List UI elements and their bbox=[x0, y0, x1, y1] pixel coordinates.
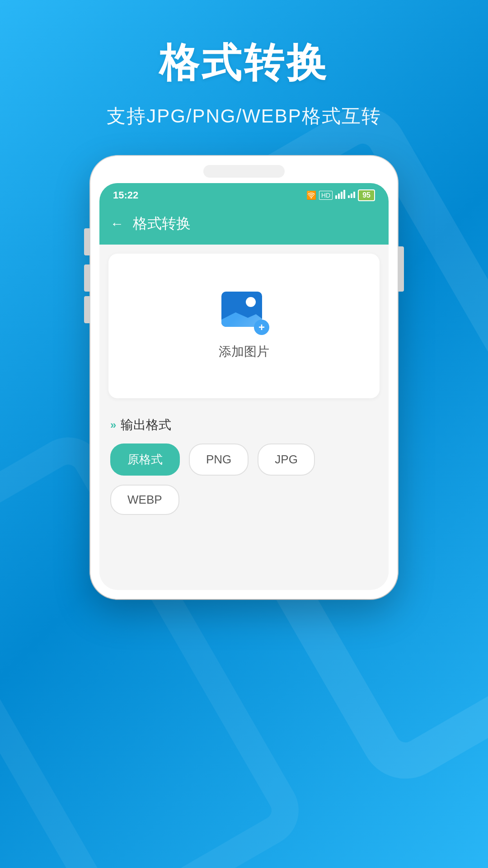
section-arrow-icon: » bbox=[110, 419, 116, 431]
sub-title: 支持JPG/PNG/WEBP格式互转 bbox=[0, 104, 488, 129]
app-bar: ← 格式转换 bbox=[99, 206, 389, 245]
format-png-button[interactable]: PNG bbox=[189, 443, 249, 476]
format-jpg-button[interactable]: JPG bbox=[258, 443, 315, 476]
section-header: » 输出格式 bbox=[110, 416, 378, 434]
app-bar-title: 格式转换 bbox=[133, 214, 191, 234]
status-bar: 15:22 🛜 HD bbox=[99, 183, 389, 206]
format-buttons-group: 原格式 PNG JPG WEBP bbox=[110, 443, 378, 515]
main-title: 格式转换 bbox=[0, 36, 488, 90]
add-image-icon-container: + bbox=[221, 292, 267, 332]
format-webp-button[interactable]: WEBP bbox=[110, 485, 179, 515]
signal-2g-icon bbox=[348, 192, 355, 199]
signal-4g-icon bbox=[335, 190, 345, 201]
hd-icon: HD bbox=[319, 191, 333, 200]
top-section: 格式转换 支持JPG/PNG/WEBP格式互转 bbox=[0, 0, 488, 156]
wifi-icon: 🛜 bbox=[306, 190, 316, 200]
phone-screen: 15:22 🛜 HD bbox=[99, 183, 389, 590]
battery-indicator: 95 bbox=[358, 189, 375, 201]
phone-notch bbox=[203, 165, 285, 178]
back-button[interactable]: ← bbox=[110, 216, 124, 231]
phone-mockup: 15:22 🛜 HD bbox=[90, 156, 398, 599]
add-image-label: 添加图片 bbox=[219, 343, 269, 360]
output-format-section: » 输出格式 原格式 PNG JPG WEBP bbox=[108, 416, 380, 515]
status-icons: 🛜 HD bbox=[306, 189, 375, 201]
content-area: + 添加图片 » 输出格式 原格式 PNG JPG WEBP bbox=[99, 245, 389, 561]
phone-wrapper: 15:22 🛜 HD bbox=[0, 156, 488, 599]
status-time: 15:22 bbox=[113, 189, 138, 201]
output-format-label: 输出格式 bbox=[121, 416, 171, 434]
add-image-card[interactable]: + 添加图片 bbox=[108, 254, 380, 398]
format-original-button[interactable]: 原格式 bbox=[110, 443, 180, 476]
add-badge-icon: + bbox=[254, 320, 269, 335]
